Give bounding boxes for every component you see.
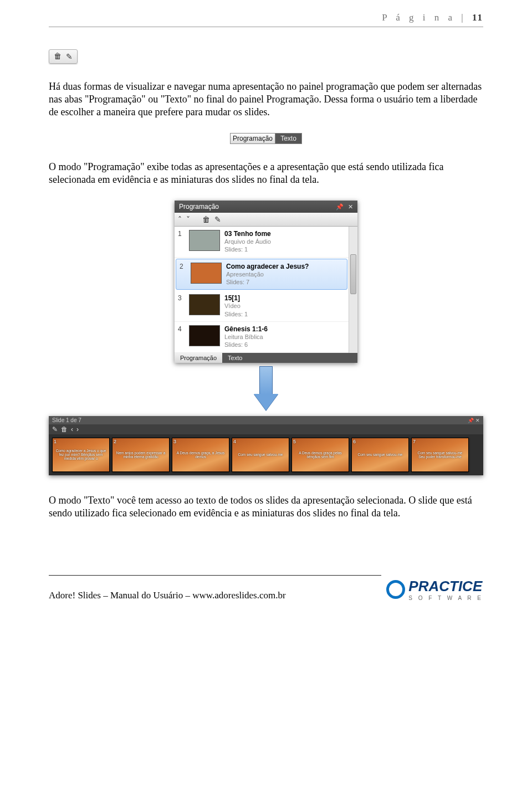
item-type: Leitura Bíblica: [224, 333, 346, 341]
item-index: 4: [178, 325, 185, 349]
page-div: |: [456, 12, 472, 23]
list-item[interactable]: 2Como agradecer a Jesus?ApresentaçãoSlid…: [176, 259, 347, 290]
item-thumb: [189, 325, 220, 346]
item-thumb: [189, 294, 220, 315]
arrow-down-icon: [254, 366, 278, 411]
tab-programacao[interactable]: Programação: [175, 353, 222, 363]
item-title: 03 Tenho fome: [224, 230, 346, 238]
slide-number: 1: [54, 439, 57, 444]
prev-icon[interactable]: ‹: [71, 425, 73, 433]
item-count: Slides: 1: [224, 245, 346, 253]
edit-icon[interactable]: ✎: [52, 425, 58, 433]
practice-logo: PRACTICE S O F T W A R E: [386, 578, 483, 601]
list-item[interactable]: 4Gênesis 1:1-6Leitura BíblicaSlides: 6: [175, 322, 349, 353]
tab-texto[interactable]: Texto: [222, 353, 248, 363]
close-icon[interactable]: ✕: [475, 418, 480, 423]
edit-icon[interactable]: ✎: [214, 215, 221, 224]
item-count: Slides: 7: [226, 278, 345, 286]
trash-icon[interactable]: 🗑: [61, 425, 68, 433]
item-meta: 15[1]VídeoSlides: 1: [224, 294, 346, 318]
item-count: Slides: 6: [224, 341, 346, 348]
item-thumb: [189, 230, 220, 251]
pin-icon[interactable]: 📌: [468, 418, 474, 423]
slide-thumb[interactable]: 6Com seu sangue salvou-me: [351, 438, 409, 472]
item-index: 2: [180, 263, 186, 286]
item-title: 15[1]: [224, 294, 346, 302]
slide-text: Nem anjos podem expressar a minha eterna…: [115, 450, 167, 459]
logo-main: PRACTICE: [408, 578, 482, 594]
slide-number: 3: [173, 439, 176, 444]
scrollbar[interactable]: [349, 227, 357, 352]
paragraph-3: O modo "Texto" você tem acesso ao texto …: [49, 494, 483, 520]
item-index: 3: [178, 294, 185, 318]
edit-icon[interactable]: ✎: [66, 52, 73, 61]
slide-thumb[interactable]: 7Com seu sangue salvou-me Seu poder tran…: [411, 438, 469, 472]
slide-text: Com seu sangue salvou-me: [234, 453, 287, 456]
up-icon[interactable]: ˄: [178, 215, 182, 224]
item-thumb: [191, 263, 222, 284]
slide-thumb[interactable]: 3A Deus demos graça, a Jesus demos: [172, 438, 229, 472]
slide-number: 2: [114, 439, 116, 444]
strip-header: Slide 1 de 7 📌 ✕: [49, 416, 483, 424]
item-title: Gênesis 1:1-6: [224, 325, 346, 333]
panel-toolbar: ˄ ˅ 🗑 ✎: [175, 213, 357, 227]
slide-strip: Slide 1 de 7 📌 ✕ ✎ 🗑 ‹ › 1Como agradecer…: [49, 416, 483, 475]
logo-sub: S O F T W A R E: [408, 595, 483, 601]
slide-number: 7: [413, 439, 416, 444]
icon-pair: 🗑 ✎: [49, 49, 78, 64]
item-count: Slides: 1: [224, 310, 346, 318]
item-title: Como agradecer a Jesus?: [226, 263, 345, 270]
item-index: 1: [178, 230, 185, 254]
slide-text: A Deus demos graça, a Jesus demos: [175, 450, 227, 459]
slide-number: 4: [233, 439, 236, 444]
pin-icon[interactable]: 📌: [336, 203, 344, 211]
slide-text: A Deus demos graça pelas bênçãos sem fim: [294, 450, 346, 459]
list-item[interactable]: 103 Tenho fomeArquivo de ÁudioSlides: 1: [175, 227, 349, 258]
footer-rule: [49, 575, 381, 576]
tab-pair-image: Programação Texto: [230, 133, 302, 144]
item-type: Arquivo de Áudio: [224, 238, 346, 245]
page-number: 11: [472, 12, 483, 23]
list-item[interactable]: 315[1]VídeoSlides: 1: [175, 291, 349, 322]
panel-body: 103 Tenho fomeArquivo de ÁudioSlides: 12…: [175, 227, 357, 352]
close-icon[interactable]: ✕: [348, 203, 353, 211]
item-meta: 03 Tenho fomeArquivo de ÁudioSlides: 1: [224, 230, 346, 254]
programacao-panel: Programação 📌 ✕ ˄ ˅ 🗑 ✎ 103 Tenho fomeAr…: [175, 201, 357, 362]
panel-title-text: Programação: [179, 203, 219, 211]
paragraph-2: O modo "Programação" exibe todas as apre…: [49, 161, 483, 186]
trash-icon[interactable]: 🗑: [54, 52, 62, 61]
footer-text: Adore! Slides – Manual do Usuário – www.…: [49, 590, 286, 601]
trash-icon[interactable]: 🗑: [202, 215, 210, 224]
gear-icon: [386, 580, 405, 599]
down-icon[interactable]: ˅: [186, 215, 190, 224]
tab-programacao-mini[interactable]: Programação: [231, 134, 275, 143]
panel-bottom-tabs: Programação Texto: [175, 353, 357, 363]
item-meta: Gênesis 1:1-6Leitura BíblicaSlides: 6: [224, 325, 346, 349]
slide-number: 5: [293, 439, 296, 444]
slide-text: Com seu sangue salvou-me Seu poder trans…: [414, 450, 466, 459]
strip-toolbar: ✎ 🗑 ‹ ›: [49, 424, 483, 434]
page-header: P á g i n a | 11: [49, 0, 483, 27]
strip-counter: Slide 1 de 7: [52, 417, 81, 423]
slide-text: Com seu sangue salvou-me: [354, 453, 406, 456]
page-footer: Adore! Slides – Manual do Usuário – www.…: [49, 578, 483, 601]
slide-thumb[interactable]: 4Com seu sangue salvou-me: [232, 438, 289, 472]
slide-thumb[interactable]: 2Nem anjos podem expressar a minha etern…: [112, 438, 170, 472]
next-icon[interactable]: ›: [76, 425, 79, 433]
slide-thumb[interactable]: 5A Deus demos graça pelas bênçãos sem fi…: [291, 438, 349, 472]
item-meta: Como agradecer a Jesus?ApresentaçãoSlide…: [226, 263, 345, 286]
item-type: Vídeo: [224, 302, 346, 310]
paragraph-1: Há duas formas de visualizar e navegar n…: [49, 80, 483, 119]
header-rule: [49, 27, 483, 27]
panel-titlebar: Programação 📌 ✕: [175, 201, 357, 213]
slide-number: 6: [353, 439, 356, 444]
item-type: Apresentação: [226, 270, 345, 278]
tab-texto-mini[interactable]: Texto: [275, 134, 301, 143]
slide-thumb[interactable]: 1Como agradecer a Jesus o que fez por mi…: [52, 438, 110, 472]
slide-text: Como agradecer a Jesus o que fez por mim…: [55, 448, 107, 460]
page-label: P á g i n a: [382, 12, 456, 23]
